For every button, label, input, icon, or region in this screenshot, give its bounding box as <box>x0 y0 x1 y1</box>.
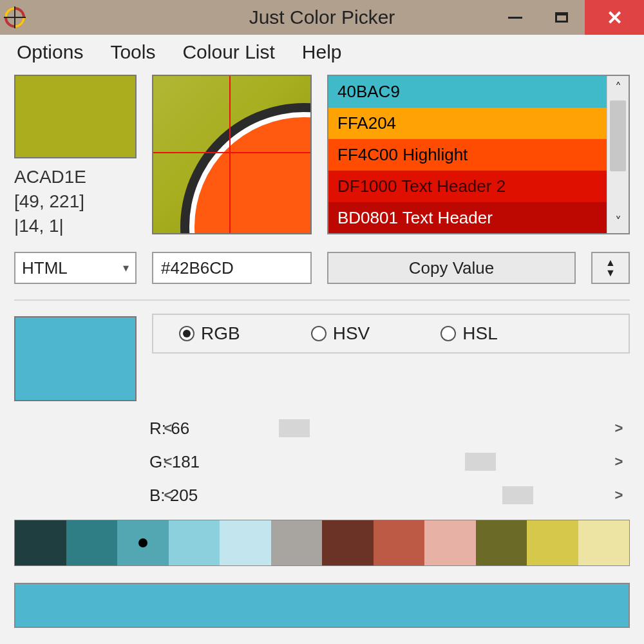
client-area: Options Tools Colour List Help ACAD1E [4… <box>0 35 644 644</box>
hex-value-text: #42B6CD <box>161 258 234 278</box>
slider-b-label: B: 205 <box>14 486 149 506</box>
slider-g-label: G: 181 <box>14 452 149 472</box>
menu-help[interactable]: Help <box>302 41 342 63</box>
slider-g-thumb[interactable] <box>465 453 496 471</box>
palette-strip <box>14 520 630 566</box>
color-list: 40BAC9FFA204FF4C00 HighlightDF1000 Text … <box>327 75 630 234</box>
palette-swatch[interactable] <box>169 520 220 565</box>
palette-swatch[interactable] <box>527 520 578 565</box>
palette-swatch[interactable] <box>424 520 476 565</box>
slider-b-inc[interactable]: > <box>608 487 630 504</box>
channel-sliders: R: 66 < > G: 181 < > B: 205 < > <box>14 413 630 511</box>
copy-value-label: Copy Value <box>409 258 495 278</box>
color-list-item[interactable]: 40BAC9 <box>328 76 607 108</box>
palette-swatch[interactable] <box>322 520 374 565</box>
preview-swatch <box>14 316 137 401</box>
mode-hsv-radio[interactable]: HSV <box>311 323 370 344</box>
scroll-thumb[interactable] <box>610 100 626 171</box>
radio-dot-icon <box>179 326 194 341</box>
slider-r: R: 66 < > <box>14 413 630 444</box>
magnifier <box>152 75 312 234</box>
palette-swatch[interactable] <box>117 520 169 565</box>
palette-swatch[interactable] <box>578 520 630 565</box>
palette-swatch[interactable] <box>374 520 425 565</box>
spinner-up-icon[interactable]: ▲ <box>605 258 616 268</box>
window-controls: ✕ <box>492 0 644 35</box>
menu-tools[interactable]: Tools <box>110 41 155 63</box>
mode-hsl-label: HSL <box>462 323 497 344</box>
mode-area: RGB HSV HSL <box>152 312 630 354</box>
radio-dot-icon <box>311 326 327 341</box>
picked-hex: ACAD1E <box>14 165 137 189</box>
slider-g: G: 181 < > <box>14 446 630 477</box>
spinner-down-icon[interactable]: ▼ <box>605 268 616 278</box>
menu-options[interactable]: Options <box>17 41 83 63</box>
app-icon <box>4 6 26 28</box>
color-list-item-label: DF1000 Text Header 2 <box>337 176 506 196</box>
mode-rgb-radio[interactable]: RGB <box>179 323 240 344</box>
crosshair-vertical <box>229 76 231 233</box>
mode-hsv-label: HSV <box>333 323 370 344</box>
palette-swatch[interactable] <box>220 520 271 565</box>
radio-dot-icon <box>440 326 456 341</box>
slider-r-inc[interactable]: > <box>608 420 630 437</box>
palette-swatch[interactable] <box>15 520 66 565</box>
slider-b-dec[interactable]: < <box>157 487 179 504</box>
picked-info: ACAD1E [49, 221] |14, 1| <box>14 165 137 238</box>
scroll-up-icon[interactable]: ˄ <box>607 76 629 99</box>
copy-value-button[interactable]: Copy Value <box>327 252 576 284</box>
color-list-item-label: BD0801 Text Header <box>337 208 493 228</box>
slider-b-thumb[interactable] <box>502 486 533 504</box>
color-mode-group: RGB HSV HSL <box>152 314 630 354</box>
chevron-down-icon: ▾ <box>123 261 129 275</box>
menubar: Options Tools Colour List Help <box>14 35 630 72</box>
list-order-spinner[interactable]: ▲ ▼ <box>591 252 630 284</box>
slider-r-thumb[interactable] <box>279 419 310 437</box>
palette-swatch[interactable] <box>66 520 118 565</box>
picked-swatch <box>14 75 137 158</box>
hex-value-input[interactable]: #42B6CD <box>152 252 312 284</box>
picked-delta: |14, 1| <box>14 214 137 238</box>
titlebar: Just Color Picker ✕ <box>0 0 644 35</box>
slider-g-track[interactable] <box>187 453 600 471</box>
color-list-item-label: FFA204 <box>337 113 396 133</box>
mode-hsl-radio[interactable]: HSL <box>440 323 497 344</box>
color-list-item[interactable]: FF4C00 Highlight <box>328 139 607 171</box>
color-list-item[interactable]: BD0801 Text Header <box>328 202 607 233</box>
close-button[interactable]: ✕ <box>585 0 644 35</box>
slider-g-inc[interactable]: > <box>608 453 630 470</box>
slider-r-track[interactable] <box>187 419 600 437</box>
color-list-item[interactable]: DF1000 Text Header 2 <box>328 171 607 202</box>
scroll-down-icon[interactable]: ˅ <box>607 210 629 233</box>
minimize-button[interactable] <box>492 0 538 35</box>
selected-dot-icon <box>138 538 147 547</box>
color-list-item-label: FF4C00 Highlight <box>337 145 468 165</box>
maximize-button[interactable] <box>538 0 585 35</box>
color-list-item-label: 40BAC9 <box>337 82 400 102</box>
slider-b: B: 205 < > <box>14 480 630 511</box>
format-select[interactable]: HTML ▾ <box>14 252 137 284</box>
color-list-item[interactable]: FFA204 <box>328 108 607 139</box>
picked-screen-pos: [49, 221] <box>14 189 137 214</box>
palette-swatch[interactable] <box>476 520 527 565</box>
slider-b-track[interactable] <box>187 486 600 504</box>
slider-r-label: R: 66 <box>14 419 149 439</box>
slider-g-dec[interactable]: < <box>157 453 179 470</box>
palette-swatch[interactable] <box>271 520 323 565</box>
color-list-scrollbar[interactable]: ˄ ˅ <box>607 76 629 233</box>
divider <box>14 299 630 301</box>
format-row: HTML ▾ #42B6CD Copy Value ▲ ▼ <box>14 252 630 284</box>
gradient-bar <box>14 583 630 628</box>
slider-r-dec[interactable]: < <box>157 420 179 437</box>
mode-rgb-label: RGB <box>201 323 240 344</box>
scroll-track[interactable] <box>607 99 629 210</box>
picked-color-panel: ACAD1E [49, 221] |14, 1| <box>14 75 137 238</box>
format-select-value: HTML <box>22 258 68 278</box>
menu-colour-list[interactable]: Colour List <box>182 41 274 63</box>
mode-row: RGB HSV HSL <box>14 312 630 401</box>
crosshair-horizontal <box>153 152 310 153</box>
top-row: ACAD1E [49, 221] |14, 1| 40BAC9FFA204FF4… <box>14 75 630 238</box>
